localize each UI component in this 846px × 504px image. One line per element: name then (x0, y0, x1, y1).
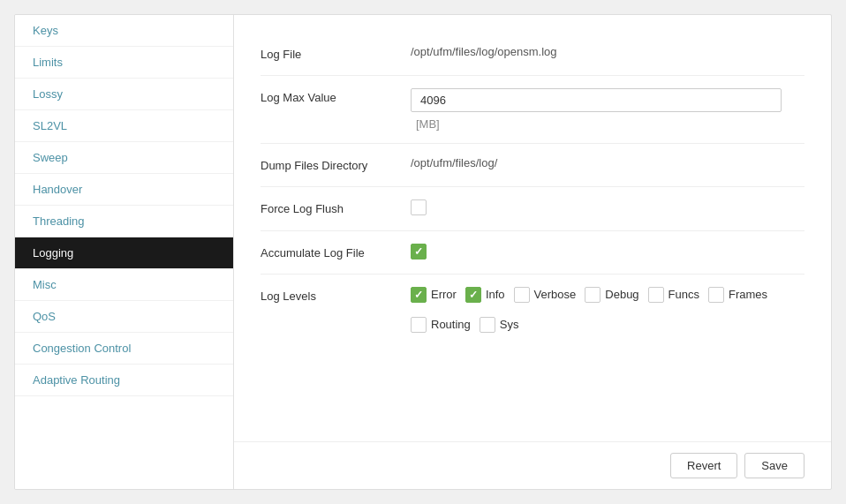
log-level-checkbox-sys[interactable] (480, 317, 495, 333)
log-level-checkbox-verbose[interactable] (514, 287, 530, 303)
log-level-label-frames: Frames (729, 288, 767, 301)
sidebar-item-sl2vl[interactable]: SL2VL (15, 110, 233, 142)
log-level-checkbox-funcs[interactable] (648, 287, 664, 303)
log-file-path: /opt/ufm/files/log/opensm.log (411, 45, 556, 58)
content-area: Log File /opt/ufm/files/log/opensm.log L… (234, 15, 831, 489)
log-level-label-routing: Routing (431, 318, 471, 331)
sidebar-item-lossy[interactable]: Lossy (15, 79, 233, 110)
content-inner: Log File /opt/ufm/files/log/opensm.log L… (234, 15, 831, 441)
log-level-frames[interactable]: Frames (708, 287, 767, 303)
force-log-flush-row: Force Log Flush (261, 187, 804, 230)
sidebar-item-qos[interactable]: QoS (15, 301, 233, 333)
outer-container: KeysLimitsLossySL2VLSweepHandoverThreadi… (0, 0, 846, 504)
log-level-funcs[interactable]: Funcs (648, 287, 699, 303)
log-level-debug[interactable]: Debug (585, 287, 638, 303)
log-file-value: /opt/ufm/files/log/opensm.log (411, 45, 804, 58)
content-footer: Revert Save (234, 441, 831, 489)
force-log-flush-label: Force Log Flush (261, 199, 411, 217)
log-level-label-sys: Sys (500, 318, 519, 331)
dump-files-label: Dump Files Directory (261, 156, 411, 174)
dump-files-row: Dump Files Directory /opt/ufm/files/log/ (261, 144, 804, 187)
log-levels-label: Log Levels (261, 287, 411, 305)
log-levels-row: Log Levels ErrorInfoVerboseDebugFuncsFra… (261, 275, 804, 345)
log-levels-value: ErrorInfoVerboseDebugFuncsFramesRoutingS… (411, 287, 804, 333)
sidebar-item-logging[interactable]: Logging (15, 237, 233, 269)
log-levels-row1: ErrorInfoVerboseDebugFuncsFrames (411, 287, 804, 303)
accumulate-log-row: Accumulate Log File (261, 231, 804, 275)
log-level-label-error: Error (431, 288, 457, 301)
log-level-checkbox-frames[interactable] (708, 287, 724, 303)
log-level-checkbox-error[interactable] (411, 287, 427, 303)
force-log-flush-value (411, 199, 804, 215)
dump-files-path: /opt/ufm/files/log/ (411, 156, 497, 169)
sidebar-item-threading[interactable]: Threading (15, 206, 233, 237)
log-level-error[interactable]: Error (411, 287, 457, 303)
accumulate-log-value (411, 244, 804, 260)
log-level-verbose[interactable]: Verbose (514, 287, 577, 303)
sidebar-item-sweep[interactable]: Sweep (15, 142, 233, 174)
log-level-label-debug: Debug (605, 288, 638, 301)
log-max-value-label: Log Max Value (261, 88, 411, 106)
log-level-label-info: Info (486, 288, 505, 301)
accumulate-log-checkbox[interactable] (411, 244, 427, 260)
log-max-value-field: [MB] (411, 88, 804, 131)
log-level-checkbox-routing[interactable] (411, 317, 427, 333)
log-file-label: Log File (261, 45, 411, 63)
revert-button[interactable]: Revert (670, 453, 737, 478)
log-level-label-funcs: Funcs (668, 288, 699, 301)
sidebar-item-keys[interactable]: Keys (15, 15, 233, 47)
sidebar-item-handover[interactable]: Handover (15, 174, 233, 206)
log-level-checkbox-info[interactable] (465, 287, 481, 303)
log-level-routing[interactable]: Routing (411, 317, 471, 333)
dump-files-value: /opt/ufm/files/log/ (411, 156, 804, 169)
log-level-checkbox-debug[interactable] (585, 287, 601, 303)
log-max-value-input[interactable] (411, 88, 782, 112)
save-button[interactable]: Save (744, 453, 804, 478)
log-level-info[interactable]: Info (465, 287, 505, 303)
log-max-value-row: Log Max Value [MB] (261, 76, 804, 144)
sidebar-item-adaptive-routing[interactable]: Adaptive Routing (15, 365, 233, 396)
sidebar: KeysLimitsLossySL2VLSweepHandoverThreadi… (15, 15, 234, 489)
log-file-row: Log File /opt/ufm/files/log/opensm.log (261, 33, 804, 76)
sidebar-item-misc[interactable]: Misc (15, 269, 233, 301)
log-max-unit: [MB] (416, 117, 440, 131)
log-level-sys[interactable]: Sys (480, 317, 519, 333)
force-log-flush-checkbox[interactable] (411, 199, 427, 215)
main-panel: KeysLimitsLossySL2VLSweepHandoverThreadi… (14, 14, 832, 490)
accumulate-log-label: Accumulate Log File (261, 244, 411, 261)
sidebar-item-limits[interactable]: Limits (15, 47, 233, 79)
log-levels-row2: RoutingSys (411, 317, 804, 333)
log-levels-group: ErrorInfoVerboseDebugFuncsFramesRoutingS… (411, 287, 804, 333)
sidebar-item-congestion-control[interactable]: Congestion Control (15, 333, 233, 365)
log-level-label-verbose: Verbose (534, 288, 577, 301)
